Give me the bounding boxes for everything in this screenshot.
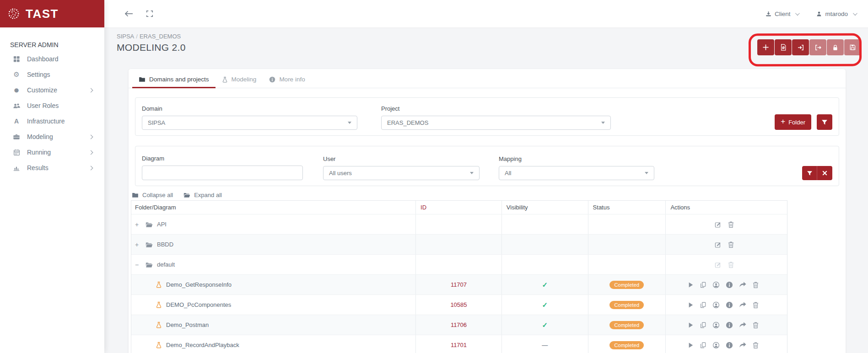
info-icon[interactable] [726,281,733,289]
import-file-button[interactable] [775,39,792,55]
edit-icon[interactable] [714,221,722,228]
edit-icon[interactable] [714,241,722,248]
diagram-id: 11707 [416,275,502,294]
owner-icon[interactable] [712,281,720,289]
sidebar-item-infrastructure[interactable]: A Infrastructure [0,113,104,129]
back-arrow-icon[interactable] [124,9,134,18]
sidebar-item-label: Infrastructure [27,118,65,125]
trash-icon[interactable] [752,321,759,329]
owner-icon[interactable] [712,301,720,309]
info-icon[interactable] [726,342,733,349]
status-badge: Completed [609,341,644,349]
mapping-select[interactable]: All [499,166,654,180]
sidebar-item-dashboard[interactable]: Dashboard [0,51,104,67]
sidebar-item-user-roles[interactable]: User Roles [0,98,104,113]
folder-name[interactable]: default [157,261,175,268]
diagram-name[interactable]: Demo_RecordAndPlayback [166,342,239,348]
copy-icon[interactable] [700,321,706,329]
add-button[interactable] [757,39,774,55]
sidebar-item-results[interactable]: Results [0,160,104,176]
users-icon [12,102,21,109]
brand-name: TAST [26,7,59,21]
folder-name[interactable]: BBDD [157,241,173,248]
status-badge: Completed [609,301,644,309]
lock-button[interactable] [827,39,844,55]
owner-icon[interactable] [712,321,720,329]
flask-icon [156,342,162,348]
client-menu[interactable]: Client [765,11,799,17]
run-icon[interactable] [688,342,694,348]
project-select[interactable]: ERAS_DEMOS [381,116,611,130]
copy-icon[interactable] [700,301,706,309]
sign-out-button[interactable] [809,39,826,55]
trash-icon[interactable] [752,281,759,289]
filter-button[interactable] [817,114,832,130]
status-badge: Completed [609,281,644,289]
breadcrumb-current: ERAS_DEMOS [140,33,181,40]
info-icon[interactable] [726,301,733,309]
diagram-id: 11706 [416,315,502,335]
trash-icon[interactable] [752,301,759,309]
copy-icon[interactable] [700,342,706,349]
diagram-name[interactable]: Demo_GetResponseInfo [166,281,232,288]
diagram-label: Diagram [142,155,303,162]
user-select[interactable]: All users [323,166,480,180]
sign-in-button[interactable] [792,39,809,55]
column-header-status[interactable]: Status [588,201,666,214]
tab-modeling[interactable]: Modeling [216,72,263,88]
clear-filter-button[interactable] [817,166,832,180]
plus-icon [762,44,769,51]
info-icon[interactable] [726,321,733,329]
mapping-label: Mapping [499,155,654,162]
column-header-id[interactable]: ID [416,201,502,214]
collapse-all-link[interactable]: Collapse all [132,192,173,198]
breadcrumb-parent[interactable]: SIPSA [117,33,134,40]
diagram-id: 11701 [416,335,502,353]
run-icon[interactable] [688,302,694,308]
sidebar-item-settings[interactable]: ⚙ Settings [0,67,104,82]
column-header-visibility[interactable]: Visibility [502,201,588,214]
table-body: + API + BBDD [131,214,787,353]
share-icon[interactable] [739,321,746,328]
diagram-input[interactable] [142,166,303,180]
project-select-value: ERAS_DEMOS [387,119,428,126]
fullscreen-icon[interactable] [146,10,154,18]
share-icon[interactable] [739,281,746,288]
diagram-name[interactable]: DEMO_PcComponentes [166,301,231,308]
folder-toggle[interactable]: + [135,221,142,228]
trash-icon[interactable] [752,342,759,349]
sidebar-item-customize[interactable]: ● Customize [0,82,104,98]
run-icon[interactable] [688,282,694,288]
add-folder-button[interactable]: + Folder [775,114,811,130]
apply-filter-button[interactable] [802,166,817,180]
sidebar-item-label: Settings [27,71,50,78]
owner-icon[interactable] [712,342,720,349]
folder-toggle[interactable]: + [135,241,142,248]
project-label: Project [381,105,611,112]
user-menu[interactable]: mtarodo [816,11,856,17]
folder-name[interactable]: API [157,221,167,228]
folder-closed-icon [132,192,139,198]
diagram-name[interactable]: Demo_Postman [166,321,209,328]
column-header-folder-diagram[interactable]: Folder/Diagram [131,201,416,214]
expand-all-link[interactable]: Expand all [183,192,222,198]
save-icon [849,44,856,51]
tab-more-info[interactable]: More info [263,72,311,88]
sidebar-item-modeling[interactable]: Modeling [0,129,104,144]
domain-select[interactable]: SIPSA [142,116,357,130]
folder-open-icon [183,192,190,198]
save-button[interactable] [844,39,861,55]
column-header-actions[interactable]: Actions [666,201,787,214]
run-icon[interactable] [688,322,694,328]
trash-icon[interactable] [728,241,734,248]
collapse-all-label: Collapse all [142,192,173,198]
sidebar-item-running[interactable]: Running [0,144,104,160]
share-icon[interactable] [739,342,746,348]
folder-toggle[interactable]: − [135,261,142,268]
tab-domains-and-projects[interactable]: Domains and projects [132,72,216,88]
copy-icon[interactable] [700,281,706,289]
trash-icon[interactable] [728,261,734,268]
trash-icon[interactable] [728,221,734,228]
edit-icon[interactable] [714,261,722,268]
share-icon[interactable] [739,301,746,308]
